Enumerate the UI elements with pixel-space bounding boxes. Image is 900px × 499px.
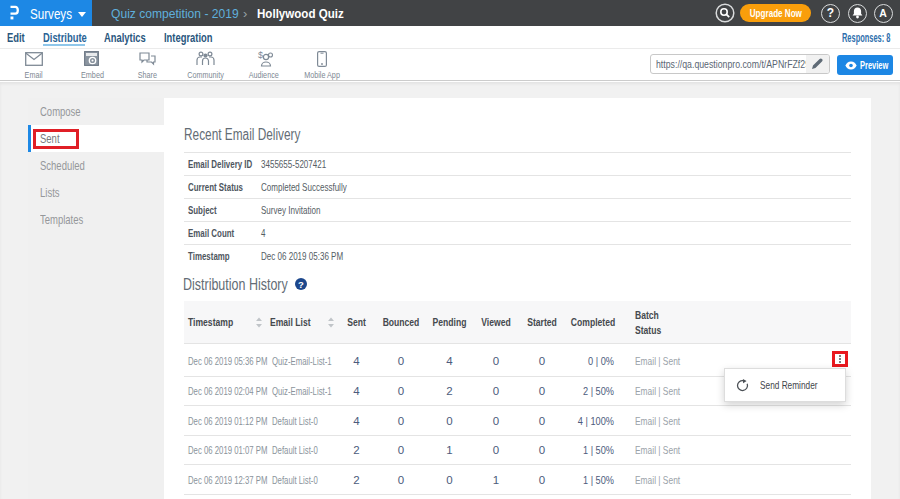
svg-text:$: $	[258, 51, 263, 60]
